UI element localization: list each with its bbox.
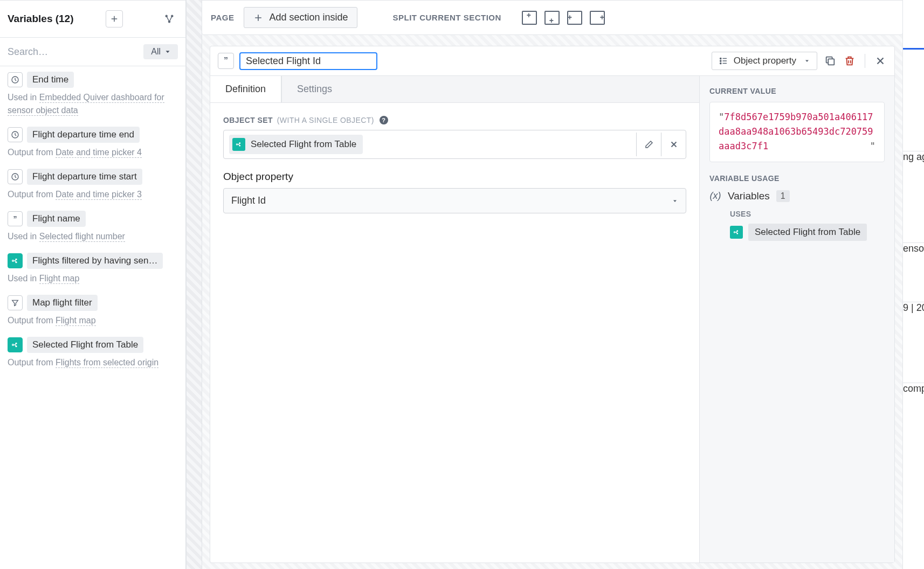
filter-icon — [8, 295, 23, 310]
object-property-select[interactable]: Flight Id — [223, 188, 686, 213]
variable-source-link[interactable]: Selected flight number — [39, 232, 125, 242]
pencil-icon — [644, 140, 654, 149]
variable-item[interactable]: Flight departure time end Output from Da… — [8, 127, 178, 159]
string-type-icon: ” — [218, 53, 234, 69]
variable-type-select[interactable]: Object property — [712, 52, 817, 70]
sidebar-header: Variables (12) — [0, 0, 185, 38]
page-label: PAGE — [211, 13, 234, 22]
variable-source-link[interactable]: Date and time picker 4 — [56, 148, 142, 158]
variable-item[interactable]: ” Flight name Used in Selected flight nu… — [8, 211, 178, 243]
search-input[interactable] — [8, 46, 139, 58]
split-label: SPLIT CURRENT SECTION — [393, 13, 501, 22]
info-icon[interactable]: ? — [380, 116, 388, 124]
object-set-value-area[interactable]: Selected Flight from Table — [224, 130, 636, 158]
variable-item[interactable]: Flights filtered by having sen… Used in … — [8, 253, 178, 285]
object-property-value: Flight Id — [231, 195, 266, 206]
close-button[interactable] — [874, 54, 887, 67]
sliver-fragment: ng ag — [903, 151, 924, 163]
object-set-label-row: OBJECT SET (WITH A SINGLE OBJECT) ? — [223, 116, 686, 124]
clock-icon — [8, 169, 23, 184]
flow-icon — [8, 253, 23, 268]
page-toolbar: PAGE Add section inside SPLIT CURRENT SE… — [202, 0, 902, 35]
sliver-fragment: comp — [903, 383, 924, 394]
flow-icon — [8, 337, 23, 352]
split-right-button[interactable] — [590, 11, 605, 25]
graph-view-button[interactable] — [161, 10, 178, 27]
object-property-icon — [719, 56, 728, 66]
caret-down-icon — [672, 198, 678, 204]
graph-icon — [164, 14, 174, 24]
split-icons-group — [522, 11, 605, 25]
variable-item[interactable]: Flight departure time start Output from … — [8, 169, 178, 201]
add-section-button[interactable]: Add section inside — [244, 7, 357, 28]
variable-item[interactable]: End time Used in Embedded Quiver dashboa… — [8, 72, 178, 117]
object-set-chip: Selected Flight from Table — [229, 135, 363, 154]
current-value-text: 7f8d567e1759b970a501a406117daa8aa948a106… — [719, 112, 873, 151]
svg-point-14 — [720, 63, 721, 64]
sidebar-search-row: All — [0, 38, 185, 66]
filter-all-chip[interactable]: All — [143, 44, 178, 59]
current-value-heading: CURRENT VALUE — [709, 87, 885, 95]
variable-usage-heading: VARIABLE USAGE — [709, 174, 885, 183]
variable-editor-panel: ” Object property — [210, 46, 895, 563]
svg-point-16 — [236, 144, 237, 145]
variable-item[interactable]: Selected Flight from Table Output from F… — [8, 337, 178, 369]
object-set-label: OBJECT SET — [223, 116, 273, 124]
split-left-button[interactable] — [567, 11, 582, 25]
delete-button[interactable] — [843, 54, 856, 67]
split-top-button[interactable] — [522, 11, 537, 25]
clock-icon — [8, 72, 23, 87]
variable-subtext: Output from Date and time picker 4 — [8, 146, 178, 159]
tab-accent — [903, 48, 924, 50]
flow-icon — [232, 138, 245, 151]
variable-item[interactable]: Map flight filter Output from Flight map — [8, 295, 178, 327]
tab-settings[interactable]: Settings — [281, 76, 347, 102]
variable-name-chip: Flights filtered by having sen… — [27, 253, 163, 269]
variable-source-link[interactable]: Flight map — [56, 316, 96, 326]
flow-icon — [730, 226, 743, 239]
variable-name-chip: Selected Flight from Table — [27, 337, 143, 353]
edit-object-set-button[interactable] — [636, 133, 661, 156]
close-icon — [874, 55, 886, 67]
variable-source-link[interactable]: Date and time picker 3 — [56, 190, 142, 200]
plus-icon — [109, 14, 119, 24]
variable-name-chip: Map flight filter — [27, 295, 98, 311]
clock-icon — [8, 127, 23, 142]
variable-source-link[interactable]: Flight map — [39, 274, 80, 284]
copy-icon — [824, 55, 836, 67]
add-variable-button[interactable] — [106, 10, 123, 27]
variable-source-link[interactable]: Flights from selected origin — [56, 358, 158, 368]
divider — [865, 54, 865, 68]
variable-subtext: Output from Flights from selected origin — [8, 356, 178, 369]
variable-subtext: Used in Flight map — [8, 272, 178, 285]
tab-definition[interactable]: Definition — [210, 76, 281, 102]
editor-tabs: Definition Settings — [210, 76, 699, 103]
variables-list: End time Used in Embedded Quiver dashboa… — [0, 66, 185, 384]
plus-icon — [253, 12, 264, 23]
current-value-box: "7f8d567e1759b970a501a406117daa8aa948a10… — [709, 102, 885, 162]
usage-count-badge: 1 — [776, 190, 790, 202]
variable-subtext: Output from Flight map — [8, 314, 178, 327]
usage-variables-row[interactable]: (x) Variables 1 — [709, 190, 885, 202]
object-set-field: Selected Flight from Table — [223, 130, 686, 159]
definition-body: OBJECT SET (WITH A SINGLE OBJECT) ? Sele… — [210, 103, 699, 226]
variable-subtext: Output from Date and time picker 3 — [8, 188, 178, 201]
resize-handle[interactable] — [186, 0, 202, 569]
duplicate-button[interactable] — [824, 54, 837, 67]
svg-rect-15 — [828, 59, 834, 65]
quote-icon: ” — [8, 211, 23, 226]
panel-left: Definition Settings OBJECT SET (WITH A S… — [210, 76, 699, 563]
variable-name-input[interactable] — [239, 52, 377, 70]
close-icon — [669, 140, 679, 149]
clear-object-set-button[interactable] — [661, 133, 686, 156]
variable-name-chip: Flight departure time start — [27, 169, 142, 185]
svg-point-12 — [720, 58, 721, 59]
variables-sidebar: Variables (12) All End time Used in Embe… — [0, 0, 186, 569]
uses-chip[interactable]: Selected Flight from Table — [730, 224, 867, 241]
object-set-chip-label: Selected Flight from Table — [251, 139, 356, 150]
sidebar-title: Variables (12) — [8, 13, 100, 25]
trash-icon — [844, 55, 856, 67]
split-bottom-button[interactable] — [544, 11, 560, 25]
svg-point-6 — [12, 260, 14, 262]
panel-right: CURRENT VALUE "7f8d567e1759b970a501a4061… — [699, 76, 894, 563]
